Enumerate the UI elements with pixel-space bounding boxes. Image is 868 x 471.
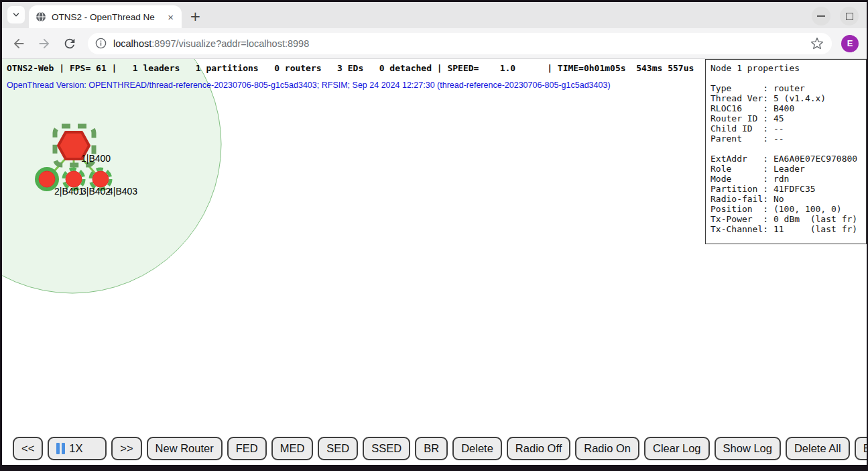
node-3-label: 3|B402 — [81, 186, 111, 197]
node-2-label: 2|B401 — [54, 186, 84, 197]
node-4-label: 4|B403 — [108, 186, 137, 197]
otns-canvas-area: 1|B400 2|B401 3|B402 4|B403 OTNS2-Web | … — [2, 59, 867, 465]
url-path: :8997/visualize?addr=localhost:8998 — [151, 38, 309, 49]
bookmark-star-icon[interactable] — [810, 37, 824, 50]
new-router-button[interactable]: New Router — [147, 437, 223, 460]
node-2-circle[interactable] — [39, 171, 55, 187]
address-bar[interactable]: localhost:8997/visualize?addr=localhost:… — [88, 33, 832, 54]
window-minimize-button[interactable] — [812, 7, 830, 25]
profile-avatar[interactable]: E — [841, 35, 859, 52]
openthread-version-line: OpenThread Version: OPENTHREAD/thread-re… — [7, 81, 611, 90]
chevron-down-icon — [11, 10, 21, 19]
forward-button[interactable] — [37, 36, 52, 51]
globe-favicon-icon — [36, 11, 46, 22]
tab-search-button[interactable] — [7, 6, 25, 23]
node-3-circle[interactable] — [66, 171, 82, 187]
tab-title: OTNS2 - OpenThread Ne — [52, 12, 162, 22]
window-maximize-button[interactable] — [840, 7, 859, 25]
browser-window: OTNS2 - OpenThread Ne × + localhost:8997… — [0, 0, 868, 471]
new-tab-button[interactable]: + — [190, 9, 201, 23]
clear-log-button[interactable]: Clear Log — [644, 437, 710, 460]
tab-strip: OTNS2 - OpenThread Ne × + — [2, 2, 867, 28]
minimize-icon — [817, 15, 825, 17]
delete-button[interactable]: Delete — [452, 437, 502, 460]
fed-button[interactable]: FED — [227, 437, 267, 460]
speed-button[interactable]: 1X — [48, 437, 107, 460]
med-button[interactable]: MED — [271, 437, 314, 460]
speed-label: 1X — [69, 442, 82, 455]
url-text: localhost:8997/visualize?addr=localhost:… — [113, 38, 810, 49]
tab-close-icon[interactable]: × — [165, 12, 176, 22]
ssed-button[interactable]: SSED — [363, 437, 410, 460]
show-log-button[interactable]: Show Log — [715, 437, 781, 460]
node-4-circle[interactable] — [92, 171, 109, 187]
node-properties-panel: Node 1 properties Type : router Thread V… — [705, 59, 867, 244]
fast-forward-button[interactable]: >> — [111, 437, 141, 460]
action-bar: << 1X >> New Router FED MED SED SSED BR … — [13, 436, 863, 460]
node-1-label: 1|B400 — [81, 153, 111, 164]
maximize-icon — [846, 13, 853, 20]
back-button[interactable] — [11, 36, 26, 51]
simulation-status-bar: OTNS2-Web | FPS= 61 | 1 leaders 1 partit… — [7, 63, 694, 73]
br-button[interactable]: BR — [415, 437, 448, 460]
rewind-button[interactable]: << — [13, 437, 43, 460]
pause-icon — [56, 443, 65, 454]
properties-panel-title: Node 1 properties — [710, 63, 866, 73]
delete-all-button[interactable]: Delete All — [786, 437, 850, 460]
tab-otns2[interactable]: OTNS2 - OpenThread Ne × — [29, 5, 182, 28]
energy-stats-button[interactable]: Energy-stats ↗ — [855, 437, 867, 460]
radio-on-button[interactable]: Radio On — [575, 437, 639, 460]
browser-toolbar: localhost:8997/visualize?addr=localhost:… — [2, 28, 867, 58]
site-info-icon[interactable] — [95, 37, 107, 50]
sed-button[interactable]: SED — [318, 437, 358, 460]
url-host: localhost — [113, 38, 151, 49]
reload-button[interactable] — [62, 36, 77, 51]
radio-off-button[interactable]: Radio Off — [507, 437, 570, 460]
properties-panel-body: Type : router Thread Ver: 5 (v1.4.x) RLO… — [710, 73, 866, 234]
